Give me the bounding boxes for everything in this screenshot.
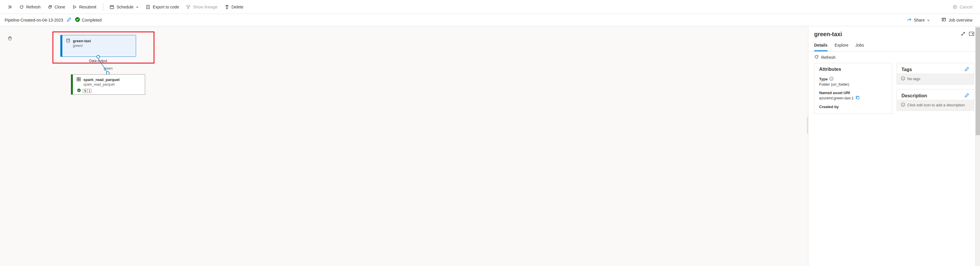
schedule-label: Schedule xyxy=(116,5,134,9)
node-title: spark_read_parquet xyxy=(83,78,119,82)
edit-icon[interactable] xyxy=(964,67,969,72)
check-circle-icon xyxy=(75,17,80,23)
description-empty-text: Click edit icon to add a description xyxy=(907,103,965,107)
uri-value: azureml:green-taxi:1 xyxy=(819,96,854,100)
created-by-label: Created by xyxy=(819,105,887,109)
cancel-icon xyxy=(953,5,957,9)
edit-icon[interactable] xyxy=(67,17,72,23)
description-card: Description Click edit icon to add a des… xyxy=(897,89,974,111)
tags-card: Tags No tags xyxy=(897,63,974,84)
cancel-button: Cancel xyxy=(950,3,975,11)
refresh-icon xyxy=(19,5,24,9)
svg-point-5 xyxy=(188,8,189,9)
scrollbar-thumb[interactable] xyxy=(976,27,980,135)
refresh-button[interactable]: Refresh xyxy=(16,3,43,11)
check-circle-icon xyxy=(77,88,81,93)
export-label: Export to code xyxy=(153,5,179,9)
svg-rect-0 xyxy=(49,6,51,8)
svg-point-9 xyxy=(67,39,70,40)
tab-details[interactable]: Details xyxy=(814,40,827,51)
type-value: Folder (uri_folder) xyxy=(819,82,887,86)
description-empty: Click edit icon to add a description xyxy=(897,100,974,110)
tab-explore[interactable]: Explore xyxy=(835,40,848,51)
tags-empty-text: No tags xyxy=(907,76,921,81)
share-icon xyxy=(907,17,912,23)
chevron-double-right-icon xyxy=(8,5,12,9)
schedule-button[interactable]: Schedule xyxy=(107,3,142,11)
chevron-down-icon xyxy=(136,6,139,8)
node-subtitle: spark_read_parquet xyxy=(83,83,141,86)
expand-button[interactable] xyxy=(5,3,15,11)
panel-refresh-button[interactable]: Refresh xyxy=(808,52,980,63)
component-icon xyxy=(76,77,81,83)
share-label: Share xyxy=(914,18,924,22)
scrollbar[interactable] xyxy=(975,26,980,266)
svg-point-3 xyxy=(186,5,188,6)
delete-button[interactable]: Delete xyxy=(222,3,246,11)
expand-icon[interactable] xyxy=(961,32,966,37)
svg-rect-13 xyxy=(77,80,78,81)
refresh-label: Refresh xyxy=(26,5,40,9)
resubmit-button[interactable]: Resubmit xyxy=(69,3,99,11)
info-icon xyxy=(901,102,905,108)
share-button[interactable]: Share xyxy=(904,16,933,24)
pan-tool-icon[interactable] xyxy=(7,35,13,42)
node-spark-read-parquet[interactable]: spark_read_parquet spark_read_parquet V … xyxy=(71,74,145,95)
cancel-label: Cancel xyxy=(959,5,972,9)
node-accent xyxy=(71,75,73,94)
details-panel: green-taxi Details Explore Jobs Refresh xyxy=(808,26,980,266)
job-overview-button[interactable]: Job overview xyxy=(939,16,975,24)
tags-heading: Tags xyxy=(902,67,912,72)
edit-icon[interactable] xyxy=(964,93,969,99)
calendar-icon xyxy=(110,5,114,9)
lineage-label: Show lineage xyxy=(193,5,217,9)
svg-rect-11 xyxy=(77,78,78,79)
overview-label: Job overview xyxy=(948,18,972,22)
attributes-heading: Attributes xyxy=(819,67,841,72)
description-heading: Description xyxy=(902,93,927,99)
version-badge-val: 1 xyxy=(88,89,91,92)
tab-jobs[interactable]: Jobs xyxy=(855,40,864,51)
trash-icon xyxy=(225,5,229,9)
uri-label: Named asset URI xyxy=(819,91,887,95)
node-green-taxi[interactable]: green-taxi green/ xyxy=(60,35,136,57)
canvas[interactable]: green-taxi green/ Data output green spar… xyxy=(0,26,808,266)
resubmit-label: Resubmit xyxy=(79,5,97,9)
play-icon xyxy=(72,5,77,9)
edge-label: green xyxy=(104,67,113,70)
info-icon[interactable] xyxy=(829,76,834,81)
panel-tabs: Details Explore Jobs xyxy=(808,40,980,52)
status-badge: Completed xyxy=(75,17,102,23)
refresh-icon xyxy=(814,54,819,60)
tags-empty: No tags xyxy=(897,73,974,84)
subheader: Pipeline-Created-on-04-13-2023 Completed… xyxy=(0,14,980,26)
copy-icon[interactable] xyxy=(856,96,860,100)
node-title: green-taxi xyxy=(73,39,91,43)
delete-label: Delete xyxy=(232,5,243,9)
svg-rect-18 xyxy=(857,97,859,99)
svg-rect-1 xyxy=(110,6,114,9)
export-button[interactable]: Export to code xyxy=(143,3,182,11)
chevron-down-icon xyxy=(927,18,930,22)
attributes-card: Attributes Type Folder (uri_folder) Name… xyxy=(814,63,892,114)
svg-rect-8 xyxy=(942,18,946,21)
version-badge-key: V xyxy=(83,89,88,92)
pipeline-name: Pipeline-Created-on-04-13-2023 xyxy=(5,18,63,22)
toolbar-separator xyxy=(103,3,103,11)
clone-button[interactable]: Clone xyxy=(45,3,68,11)
clone-label: Clone xyxy=(54,5,65,9)
svg-rect-12 xyxy=(79,78,80,79)
svg-rect-14 xyxy=(79,80,80,81)
status-text: Completed xyxy=(82,18,102,22)
node-subtitle: green/ xyxy=(73,44,132,48)
overview-icon xyxy=(942,17,946,23)
clone-icon xyxy=(48,5,52,9)
node-accent xyxy=(60,35,62,57)
panel-title: green-taxi xyxy=(814,31,842,38)
node-output-port[interactable] xyxy=(97,55,100,59)
popout-icon[interactable] xyxy=(969,32,974,37)
info-icon xyxy=(901,76,905,81)
main-area: green-taxi green/ Data output green spar… xyxy=(0,26,980,266)
export-icon xyxy=(146,5,150,9)
lineage-icon xyxy=(186,5,191,9)
